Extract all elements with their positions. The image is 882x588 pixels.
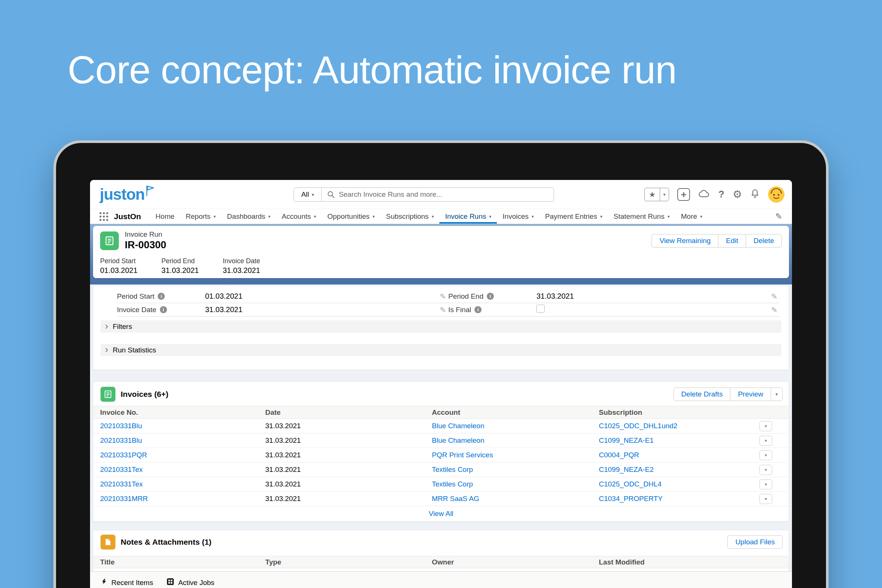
table-row: 20210331PQR 31.03.2021 PQR Print Service…: [93, 448, 789, 462]
row-actions-dropdown[interactable]: ▾: [759, 436, 772, 446]
edit-pencil-icon[interactable]: ✎: [440, 292, 446, 301]
record-header-band: Invoice Run IR-00300 View Remaining Edit…: [90, 224, 792, 285]
edit-nav-pencil-icon[interactable]: ✎: [775, 212, 782, 221]
tab-reports[interactable]: Reports▾: [180, 209, 221, 224]
row-actions-dropdown[interactable]: ▾: [759, 421, 772, 431]
info-icon[interactable]: i: [160, 306, 167, 313]
column-header-invoice-no[interactable]: Invoice No.: [93, 406, 265, 419]
tab-statement-runs[interactable]: Statement Runs▾: [608, 209, 675, 224]
tab-subscriptions[interactable]: Subscriptions▾: [380, 209, 439, 224]
search-scope-selector[interactable]: All ▾: [294, 188, 322, 201]
setup-gear-icon[interactable]: ⚙: [733, 189, 742, 200]
subscription-link[interactable]: C1025_ODC_DHL1und2: [599, 422, 677, 430]
delete-drafts-button[interactable]: Delete Drafts: [673, 387, 731, 401]
table-row: 20210331Tex 31.03.2021 Textiles Corp C10…: [93, 477, 789, 492]
utility-recent-items[interactable]: Recent Items: [94, 572, 160, 588]
column-header-account[interactable]: Account: [432, 406, 599, 419]
record-entity-label: Invoice Run: [125, 230, 166, 239]
preview-button[interactable]: Preview: [730, 387, 771, 401]
list-actions-dropdown[interactable]: ▾: [771, 387, 783, 401]
app-screen: juston All ▾: [90, 180, 792, 588]
tab-invoice-runs[interactable]: Invoice Runs▾: [439, 209, 497, 224]
account-link[interactable]: Blue Chameleon: [432, 422, 484, 430]
app-launcher-icon[interactable]: [99, 212, 109, 221]
notes-card-title: Notes & Attachments (1): [121, 538, 212, 546]
info-icon[interactable]: i: [158, 293, 165, 300]
global-actions-plus-icon[interactable]: +: [677, 188, 690, 201]
juston-logo: juston: [100, 187, 155, 202]
row-actions-dropdown[interactable]: ▾: [759, 479, 772, 489]
notes-table-header: Title Type Owner Last Modified: [93, 556, 789, 568]
cloud-icon[interactable]: [698, 189, 710, 200]
tablet-device: juston All ▾: [53, 140, 829, 588]
view-all-link[interactable]: View All: [93, 506, 789, 521]
section-run-statistics[interactable]: › Run Statistics: [101, 344, 781, 356]
row-actions-dropdown[interactable]: ▾: [759, 450, 772, 460]
search-input[interactable]: [339, 190, 554, 199]
delete-button[interactable]: Delete: [746, 234, 782, 248]
help-icon[interactable]: ?: [718, 189, 724, 200]
account-link[interactable]: MRR SaaS AG: [432, 495, 479, 502]
notifications-bell-icon[interactable]: [750, 188, 760, 201]
tab-more[interactable]: More▾: [675, 209, 708, 224]
jobs-grid-icon: [167, 578, 174, 587]
tab-home[interactable]: Home: [150, 209, 180, 224]
view-remaining-button[interactable]: View Remaining: [652, 234, 718, 248]
tab-accounts[interactable]: Accounts▾: [276, 209, 322, 224]
tab-payment-entries[interactable]: Payment Entries▾: [539, 209, 608, 224]
logo-text: juston: [100, 187, 144, 202]
highlight-period-end: Period End 31.03.2021: [161, 257, 199, 275]
edit-button[interactable]: Edit: [718, 234, 746, 248]
search-scope-value: All: [301, 190, 309, 199]
favorites-button[interactable]: ★ ▾: [645, 188, 669, 201]
row-actions-dropdown[interactable]: ▾: [759, 494, 772, 504]
account-link[interactable]: Textiles Corp: [432, 465, 473, 473]
invoice-link[interactable]: 20210331MRR: [100, 495, 148, 502]
section-filters[interactable]: › Filters: [101, 320, 781, 333]
info-icon[interactable]: i: [487, 293, 494, 300]
invoice-link[interactable]: 20210331Tex: [100, 465, 143, 473]
utility-active-jobs[interactable]: Active Jobs: [160, 572, 221, 588]
chevron-down-icon[interactable]: ▾: [660, 188, 669, 201]
column-header-title[interactable]: Title: [93, 558, 265, 566]
invoice-link[interactable]: 20210331Blu: [100, 436, 142, 444]
edit-pencil-icon[interactable]: ✎: [771, 292, 777, 301]
tab-invoices[interactable]: Invoices▾: [497, 209, 539, 224]
invoice-link[interactable]: 20210331Tex: [100, 480, 143, 488]
header-icons: ★ ▾ + ? ⚙: [645, 180, 784, 209]
invoice-link[interactable]: 20210331Blu: [100, 422, 142, 430]
edit-pencil-icon[interactable]: ✎: [771, 305, 777, 314]
chevron-down-icon: ▾: [532, 214, 534, 219]
invoice-run-icon: [100, 231, 119, 250]
invoices-card-title: Invoices (6+): [121, 390, 168, 399]
invoices-list-icon: [101, 387, 116, 402]
column-header-date[interactable]: Date: [265, 406, 432, 419]
account-link[interactable]: PQR Print Services: [432, 451, 493, 459]
tab-dashboards[interactable]: Dashboards▾: [221, 209, 276, 224]
subscription-link[interactable]: C0004_PQR: [599, 451, 639, 459]
column-header-owner[interactable]: Owner: [432, 558, 599, 566]
column-header-type[interactable]: Type: [265, 558, 432, 566]
subscription-link[interactable]: C1034_PROPERTY: [599, 495, 663, 502]
account-link[interactable]: Blue Chameleon: [432, 436, 484, 444]
column-header-last-modified[interactable]: Last Modified: [599, 558, 789, 566]
notes-actions: Upload Files: [727, 536, 783, 549]
row-actions-dropdown[interactable]: ▾: [759, 465, 772, 475]
avatar[interactable]: [768, 186, 784, 203]
upload-files-button[interactable]: Upload Files: [727, 536, 783, 549]
column-header-subscription[interactable]: Subscription: [599, 406, 759, 419]
chevron-down-icon: ▾: [268, 214, 270, 219]
subscription-link[interactable]: C1099_NEZA-E1: [599, 436, 654, 444]
tab-opportunities[interactable]: Opportunities▾: [322, 209, 380, 224]
subscription-link[interactable]: C1025_ODC_DHL4: [599, 480, 661, 488]
nav-tabs: Home Reports▾ Dashboards▾ Accounts▾ Oppo…: [150, 209, 708, 224]
edit-pencil-icon[interactable]: ✎: [440, 305, 446, 314]
account-link[interactable]: Textiles Corp: [432, 480, 473, 488]
utility-bar: Recent Items Active Jobs: [90, 571, 792, 588]
is-final-checkbox[interactable]: [536, 304, 545, 313]
slide-title: Core concept: Automatic invoice run: [68, 48, 676, 92]
subscription-link[interactable]: C1099_NEZA-E2: [599, 465, 654, 473]
table-row: 20210331Tex 31.03.2021 Textiles Corp C10…: [93, 462, 789, 477]
invoice-link[interactable]: 20210331PQR: [100, 451, 147, 459]
info-icon[interactable]: i: [475, 306, 482, 313]
